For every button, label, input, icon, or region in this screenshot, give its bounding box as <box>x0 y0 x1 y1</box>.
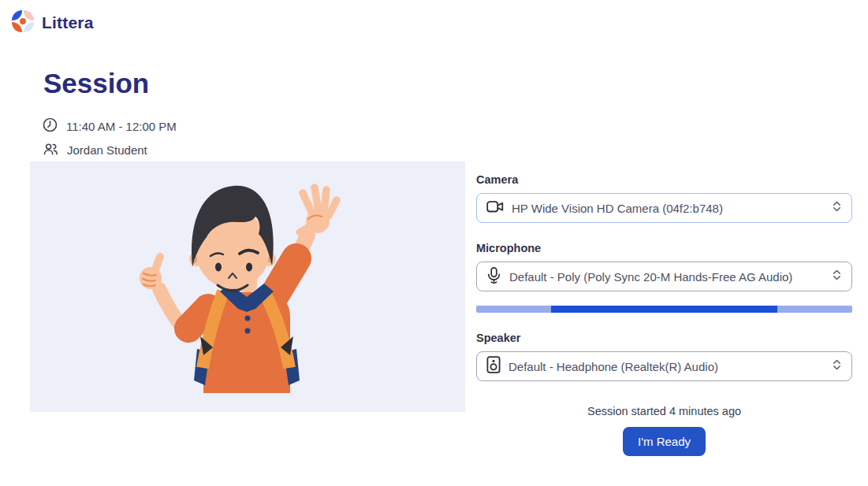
camera-label: Camera <box>476 173 852 186</box>
speaker-label: Speaker <box>476 332 852 344</box>
im-ready-button[interactable]: I'm Ready <box>623 427 706 456</box>
session-status-text: Session started 4 minutes ago <box>476 405 852 417</box>
speaker-select[interactable]: Default - Headphone (Realtek(R) Audio) <box>476 351 852 381</box>
session-time-text: 11:40 AM - 12:00 PM <box>66 120 177 133</box>
camera-selected-option: HP Wide Vision HD Camera (04f2:b748) <box>512 202 723 215</box>
microphone-select[interactable]: Default - Poly (Poly Sync 20-M Hands-Fre… <box>476 262 852 291</box>
littera-flower-icon <box>11 9 35 36</box>
brand-logo[interactable]: Littera <box>11 9 94 36</box>
brand-name: Littera <box>42 13 94 32</box>
session-time: 11:40 AM - 12:00 PM <box>43 117 177 135</box>
device-settings-panel: Camera HP Wide Vision HD Camera (04f2:b7… <box>476 173 852 456</box>
people-icon <box>43 142 58 158</box>
microphone-icon <box>486 266 501 288</box>
video-camera-icon <box>486 200 504 217</box>
chevron-updown-icon <box>832 200 842 216</box>
camera-preview <box>30 161 465 412</box>
chevron-updown-icon <box>832 358 842 374</box>
camera-select[interactable]: HP Wide Vision HD Camera (04f2:b748) <box>476 193 852 223</box>
speaker-icon <box>486 356 501 377</box>
microphone-label: Microphone <box>476 242 852 254</box>
mic-level-fill <box>551 306 777 313</box>
speaker-selected-option: Default - Headphone (Realtek(R) Audio) <box>509 360 718 373</box>
session-participant: Jordan Student <box>43 142 147 158</box>
clock-icon <box>43 117 58 135</box>
page-title: Session <box>43 68 149 99</box>
session-lobby-screen: Littera Session 11:40 AM - 12:00 PM Jord… <box>0 0 868 486</box>
ready-button-row: I'm Ready <box>476 427 852 456</box>
microphone-selected-option: Default - Poly (Poly Sync 20-M Hands-Fre… <box>509 270 792 284</box>
participant-name: Jordan Student <box>67 143 147 157</box>
mic-level-meter <box>476 306 852 313</box>
chevron-updown-icon <box>832 269 842 284</box>
student-illustration <box>30 161 465 412</box>
